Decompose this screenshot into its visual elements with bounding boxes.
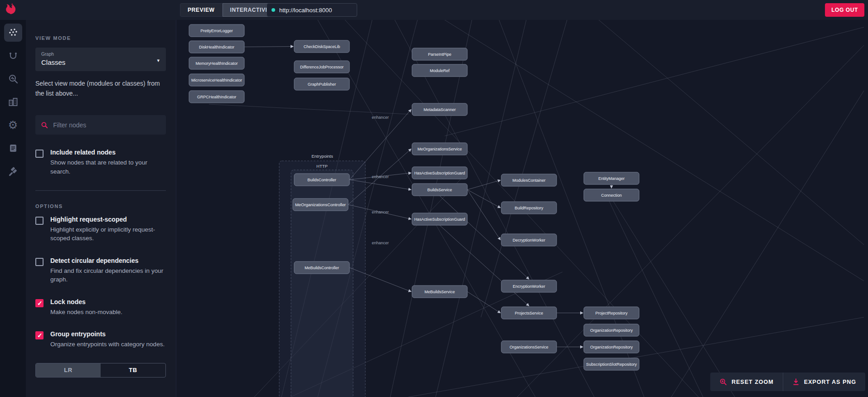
graph-node-label: OrganizationsService	[509, 345, 548, 349]
graph-node[interactable]: GRPCHealthIndicator	[189, 91, 244, 103]
graph-node[interactable]: HasActiveSubscriptionGuard	[412, 167, 467, 179]
green-status-dot	[272, 8, 275, 12]
include-related-checkbox[interactable]	[35, 150, 44, 158]
zoom-reset-icon	[719, 378, 727, 386]
highlight-request-scoped-checkbox[interactable]	[35, 217, 44, 225]
graph-node[interactable]: MeBuildsService	[412, 286, 467, 298]
option-title: Detect circular dependencies	[50, 257, 166, 264]
graph-node[interactable]: MeOrganizationsService	[412, 143, 467, 155]
layout-tb-button[interactable]: TB	[101, 363, 165, 377]
edge-label: enhancer	[372, 241, 389, 245]
graph-node[interactable]: EntityManager	[584, 172, 639, 184]
edge-label: enhancer	[372, 174, 389, 179]
lock-nodes-checkbox[interactable]	[35, 299, 44, 307]
graph-node-label: BuildsController	[307, 178, 336, 182]
graph-node[interactable]: ModuleRef	[412, 64, 467, 77]
target-url-field[interactable]: http://localhost:8000	[267, 3, 357, 17]
logs-icon	[8, 143, 19, 154]
graph-node-label: MeBuildsController	[305, 266, 339, 270]
graph-mode-select[interactable]: Graph Classes ▾	[35, 48, 166, 71]
download-icon	[792, 378, 800, 386]
rail-item-settings[interactable]: ⚙	[4, 116, 22, 134]
include-related-option[interactable]: Include related nodes Show nodes that ar…	[35, 149, 166, 176]
graph-node[interactable]: Connection	[584, 189, 639, 201]
option-description: Find and fix circular dependencies in yo…	[50, 266, 166, 284]
graph-node[interactable]: PrettyErrorLogger	[189, 24, 244, 37]
graph-node[interactable]: ModulesContainer	[501, 174, 557, 186]
option-title: Include related nodes	[50, 149, 166, 156]
graph-node[interactable]: OrganizationRepository	[584, 341, 639, 353]
view-mode-helper-text: Select view mode (modules or classes) fr…	[35, 79, 166, 98]
rail-item-graph[interactable]	[4, 24, 22, 42]
rail-item-routes[interactable]	[4, 47, 22, 65]
settings-sidebar: VIEW MODE Graph Classes ▾ Select view mo…	[26, 20, 176, 397]
option-description: Show nodes that are related to your sear…	[50, 158, 166, 176]
rail-item-logs[interactable]	[4, 139, 22, 157]
rail-item-organization[interactable]	[4, 93, 22, 111]
graph-node[interactable]: MicroserviceHealthIndicator	[189, 74, 244, 86]
graph-node[interactable]: MeOrganizationsController	[293, 198, 348, 211]
export-png-button[interactable]: EXPORT AS PNG	[783, 373, 865, 391]
graph-node-label: ProjectsService	[515, 311, 543, 315]
graph-node-label: SubscriptionSlotRepository	[586, 362, 637, 367]
graph-node[interactable]: BuildsController	[294, 174, 349, 186]
option-title: Lock nodes	[50, 298, 122, 305]
target-url-value: http://localhost:8000	[279, 7, 332, 14]
graph-node[interactable]: BuildsService	[412, 184, 467, 196]
lock-nodes-option[interactable]: Lock nodes Make nodes non-movable.	[35, 298, 166, 317]
view-mode-heading: VIEW MODE	[35, 35, 166, 41]
logout-button[interactable]: LOG OUT	[825, 3, 864, 17]
reset-zoom-label: RESET ZOOM	[732, 379, 774, 385]
graph-node[interactable]: HasActiveSubscriptionGuard	[412, 213, 467, 225]
graph-node[interactable]: OrganizationsService	[501, 341, 557, 353]
graph-node-label: Connection	[601, 193, 622, 198]
graph-node-label: ModulesContainer	[512, 178, 545, 183]
filter-nodes-box[interactable]	[35, 115, 166, 135]
graph-node-label: MeOrganizationsController	[295, 203, 346, 207]
graph-node[interactable]: EncryptionWorker	[501, 280, 557, 292]
graph-node[interactable]: SubscriptionSlotRepository	[584, 358, 639, 370]
graph-node[interactable]: BuildRepository	[501, 202, 557, 214]
option-description: Organize entrypoints with category nodes…	[50, 340, 165, 349]
graph-node[interactable]: GraphPublisher	[294, 78, 349, 90]
graph-mode-select-value: Classes	[41, 58, 160, 66]
graph-node[interactable]: CheckDiskSpaceLib	[294, 40, 349, 53]
dependency-graph[interactable]: EntrypointsHTTPenhancerenhancerenhancere…	[176, 20, 868, 397]
graph-node[interactable]: ParseIntPipe	[412, 48, 467, 60]
layout-direction-toggle: LR TB	[35, 363, 166, 378]
tab-preview[interactable]: PREVIEW	[180, 3, 223, 17]
graph-canvas[interactable]: EntrypointsHTTPenhancerenhancerenhancere…	[176, 20, 868, 397]
graph-node-label: ModuleRef	[430, 68, 450, 73]
graph-node-label: MeBuildsService	[424, 290, 455, 294]
detect-circular-option[interactable]: Detect circular dependencies Find and fi…	[35, 257, 166, 284]
top-bar: PREVIEW INTERACTIVE http://localhost:800…	[0, 0, 868, 20]
graph-node[interactable]: MetadataScanner	[412, 103, 467, 116]
graph-node[interactable]: MemoryHealthIndicator	[189, 57, 244, 69]
graph-node[interactable]: OrganizationRepository	[584, 324, 639, 336]
rail-item-audit[interactable]	[4, 162, 22, 180]
reset-zoom-button[interactable]: RESET ZOOM	[710, 373, 783, 391]
graph-node[interactable]: DecryptionWorker	[501, 234, 557, 246]
graph-node[interactable]: MeBuildsController	[294, 261, 349, 274]
graph-node-label: DifferenceJobProcessor	[300, 65, 344, 69]
chevron-down-icon: ▾	[157, 58, 160, 63]
graph-node-label: ProjectRepository	[595, 311, 628, 315]
option-title: Group entrypoints	[50, 330, 165, 338]
detect-circular-checkbox[interactable]	[35, 258, 44, 266]
graph-node-label: ParseIntPipe	[428, 52, 451, 57]
graph-node[interactable]: ProjectsService	[501, 307, 557, 319]
highlight-request-scoped-option[interactable]: Highlight request-scoped Highlight expli…	[35, 216, 166, 243]
graph-node[interactable]: DifferenceJobProcessor	[294, 61, 349, 73]
group-entrypoints-option[interactable]: Group entrypoints Organize entrypoints w…	[35, 330, 166, 349]
graph-node-label: HasActiveSubscriptionGuard	[414, 171, 465, 175]
rail-item-inspect[interactable]	[4, 70, 22, 88]
canvas-controls: RESET ZOOM EXPORT AS PNG	[710, 373, 865, 391]
icon-rail: ⚙	[0, 20, 26, 397]
layout-lr-button[interactable]: LR	[36, 363, 101, 377]
group-entrypoints-checkbox[interactable]	[35, 331, 44, 339]
search-icon	[41, 121, 48, 129]
graph-node[interactable]: DiskHealthIndicator	[189, 41, 244, 53]
graph-node[interactable]: ProjectRepository	[584, 307, 639, 319]
graph-node-label: GraphPublisher	[308, 82, 336, 87]
filter-nodes-input[interactable]	[53, 121, 160, 129]
